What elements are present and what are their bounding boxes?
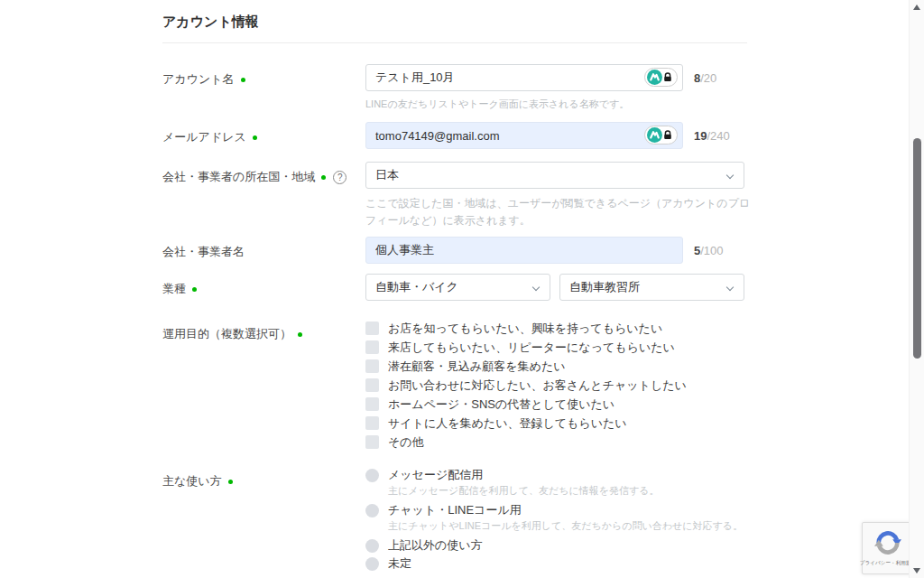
account-name-char-counter: 8/20	[694, 71, 716, 85]
nordpass-logo-icon	[647, 70, 662, 85]
usage-option[interactable]: チャット・LINEコール用	[365, 501, 747, 519]
company-char-counter: 5/100	[694, 244, 724, 257]
chevron-down-icon	[726, 284, 734, 291]
page-title: アカウント情報	[162, 0, 747, 31]
purpose-option[interactable]: ホームページ・SNSの代替として使いたい	[365, 395, 747, 414]
scroll-down-arrow-icon[interactable]	[913, 568, 920, 573]
purpose-option[interactable]: その他	[365, 433, 747, 452]
usage-option[interactable]: 未定	[365, 555, 747, 573]
checkbox-icon[interactable]	[365, 359, 379, 373]
recaptcha-logo-icon	[874, 529, 901, 556]
password-manager-icon[interactable]	[644, 126, 678, 144]
country-label-col: 会社・事業者の所在国・地域 ?	[162, 162, 365, 229]
required-dot-icon	[321, 175, 326, 180]
usage-option[interactable]: 上記以外の使い方	[365, 536, 747, 555]
radio-icon[interactable]	[365, 504, 379, 517]
usage-label: 主な使い方	[162, 473, 222, 489]
email-char-counter: 19/240	[694, 129, 730, 143]
email-label-col: メールアドレス	[162, 122, 365, 149]
usage-option-helper: 主にチャットやLINEコールを利用して、友だちからの問い合わせに対応する。	[388, 519, 747, 532]
recaptcha-terms-link[interactable]: プライバシー・利用規約	[860, 559, 916, 566]
industry-subcategory-select[interactable]: 自動車教習所	[559, 274, 744, 301]
scroll-up-arrow-icon[interactable]	[913, 5, 920, 10]
country-select[interactable]: 日本	[365, 162, 744, 189]
account-name-helper: LINEの友だちリストやトーク画面に表示される名称です。	[365, 98, 747, 111]
account-name-label-col: アカウント名	[162, 64, 365, 111]
purpose-label-col: 運用目的（複数選択可）	[162, 319, 365, 452]
checkbox-icon[interactable]	[365, 378, 379, 392]
purpose-option[interactable]: 潜在顧客・見込み顧客を集めたい	[365, 357, 747, 376]
required-dot-icon	[228, 480, 233, 484]
account-info-section: アカウント情報 アカウント名	[162, 0, 747, 578]
country-helper: ここで設定した国・地域は、ユーザーが閲覧できるページ（アカウントのプロフィールな…	[365, 195, 755, 229]
nordpass-logo-icon	[647, 127, 662, 143]
checkbox-icon[interactable]	[365, 322, 379, 335]
usage-option[interactable]: メッセージ配信用	[365, 466, 747, 484]
radio-icon[interactable]	[365, 539, 379, 553]
password-manager-icon[interactable]	[644, 68, 678, 87]
checkbox-icon[interactable]	[365, 340, 379, 354]
company-label: 会社・事業者名	[162, 244, 245, 260]
account-name-label: アカウント名	[162, 71, 235, 88]
required-dot-icon	[298, 332, 302, 337]
section-divider	[162, 42, 747, 43]
checkbox-icon[interactable]	[365, 416, 379, 430]
usage-option-helper: 主にメッセージ配信を利用して、友だちに情報を発信する。	[388, 484, 747, 497]
industry-category-value: 自動車・バイク	[375, 279, 458, 295]
scrollbar[interactable]	[909, 0, 924, 578]
country-label: 会社・事業者の所在国・地域	[162, 169, 315, 185]
purpose-option[interactable]: 来店してもらいたい、リピーターになってもらいたい	[365, 338, 747, 357]
industry-category-select[interactable]: 自動車・バイク	[365, 274, 550, 301]
purpose-label: 運用目的（複数選択可）	[162, 326, 291, 342]
chevron-down-icon	[532, 284, 540, 291]
checkbox-icon[interactable]	[365, 397, 379, 411]
purpose-option[interactable]: お店を知ってもらいたい、興味を持ってもらいたい	[365, 319, 747, 338]
usage-row: 主な使い方 メッセージ配信用 主にメッセージ配信を利用して、友だちに情報を発信す…	[162, 466, 747, 578]
country-select-value: 日本	[375, 167, 399, 183]
required-dot-icon	[241, 78, 245, 82]
company-row: 会社・事業者名 5/100	[162, 237, 747, 264]
purpose-option[interactable]: お問い合わせに対応したい、お客さんとチャットしたい	[365, 376, 747, 395]
industry-label-col: 業種	[162, 274, 365, 301]
account-name-input[interactable]	[365, 64, 683, 91]
industry-label: 業種	[162, 281, 186, 297]
industry-row: 業種 自動車・バイク 自動車教習所	[162, 274, 747, 301]
account-name-row: アカウント名 8/20	[162, 64, 747, 111]
email-input[interactable]	[365, 122, 683, 149]
company-label-col: 会社・事業者名	[162, 237, 365, 264]
help-icon[interactable]: ?	[333, 171, 346, 184]
required-dot-icon	[253, 135, 257, 140]
country-row: 会社・事業者の所在国・地域 ? 日本 ここで設定した国・地域は、ユーザーが閲覧で…	[162, 162, 747, 229]
email-label: メールアドレス	[162, 129, 246, 145]
chevron-down-icon	[726, 172, 734, 179]
radio-icon[interactable]	[365, 557, 379, 571]
purpose-row: 運用目的（複数選択可） お店を知ってもらいたい、興味を持ってもらいたい 来店して…	[162, 319, 747, 452]
usage-label-col: 主な使い方	[162, 466, 365, 578]
recaptcha-badge[interactable]: プライバシー・利用規約	[862, 522, 914, 574]
purpose-option[interactable]: サイトに人を集めたい、登録してもらいたい	[365, 414, 747, 433]
email-row: メールアドレス 19/240	[162, 122, 747, 149]
required-dot-icon	[192, 287, 197, 292]
scrollbar-thumb[interactable]	[913, 138, 921, 359]
checkbox-icon[interactable]	[365, 435, 379, 449]
lock-icon	[663, 130, 672, 140]
company-input[interactable]	[365, 237, 683, 264]
lock-icon	[663, 72, 672, 82]
industry-subcategory-value: 自動車教習所	[569, 279, 640, 295]
radio-icon[interactable]	[365, 469, 379, 482]
